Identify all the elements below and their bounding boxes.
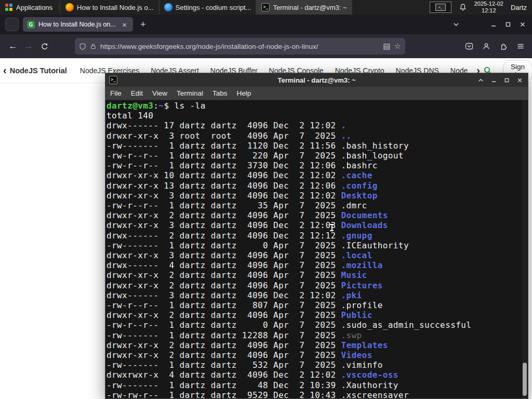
window-minimize-button[interactable] bbox=[490, 21, 497, 28]
browser-tab-active[interactable]: G How to Install Node.js on... × bbox=[23, 17, 133, 32]
terminal-listing-line: drwxr-xr-x 2 dartz dartz 4096 Apr 7 2025… bbox=[107, 350, 528, 360]
nav-scroll-left-icon[interactable]: ‹ bbox=[0, 64, 10, 76]
terminal-titlebar[interactable]: >_ Terminal - dartz@vm3: ~ bbox=[105, 73, 528, 87]
terminal-content[interactable]: dartz@vm3:~$ ls -latotal 140drwx------ 1… bbox=[105, 100, 528, 398]
site-nav-item-tutorial[interactable]: NodeJS Tutorial bbox=[10, 66, 67, 75]
applications-label: Applications bbox=[16, 4, 52, 11]
terminal-listing-line: -rw------- 1 dartz dartz 0 Apr 7 2025 .I… bbox=[107, 241, 528, 250]
applications-menu-button[interactable]: Applications bbox=[0, 0, 58, 15]
terminal-listing-line: drwxr-xr-x 2 dartz dartz 4096 Apr 7 2025… bbox=[107, 270, 528, 280]
terminal-listing-line: drwxr-xr-x 10 dartz dartz 4096 Dec 2 12:… bbox=[107, 170, 528, 180]
terminal-window-controls bbox=[478, 77, 528, 83]
terminal-listing-line: drwxr-xr-x 3 root root 4096 Apr 7 2025 .… bbox=[107, 131, 528, 141]
menu-hamburger-icon[interactable] bbox=[516, 42, 525, 50]
terminal-icon: >_ bbox=[261, 3, 270, 11]
terminal-minimize-button[interactable] bbox=[491, 77, 497, 83]
extensions-puzzle-icon[interactable] bbox=[499, 42, 508, 50]
site-favicon: G bbox=[27, 21, 35, 29]
terminal-prompt-line: dartz@vm3:~$ ls -la bbox=[107, 101, 528, 111]
terminal-window: >_ Terminal - dartz@vm3: ~ File Edit bbox=[105, 73, 528, 399]
codium-icon bbox=[164, 3, 172, 11]
terminal-scrollbar-thumb[interactable] bbox=[523, 363, 527, 396]
panel-user-label: Dartz bbox=[511, 4, 528, 11]
terminal-maximize-button[interactable] bbox=[504, 77, 510, 83]
panel-separator bbox=[59, 2, 59, 12]
terminal-listing-line: -rw-r--r-- 1 dartz dartz 807 Apr 7 2025 … bbox=[107, 300, 528, 310]
pocket-icon[interactable] bbox=[465, 42, 473, 50]
window-restore-button[interactable] bbox=[505, 21, 511, 28]
terminal-listing-line: drwxr-xr-x 13 dartz dartz 4096 Dec 2 12:… bbox=[107, 181, 528, 191]
reload-button[interactable] bbox=[36, 38, 52, 54]
taskbar-item-label: Settings - codium script... bbox=[176, 4, 251, 11]
panel-clock[interactable]: 2025-12-02 12:12 bbox=[474, 1, 503, 14]
tab-close-icon[interactable]: × bbox=[120, 20, 129, 30]
taskbar-item-terminal[interactable]: >_ Terminal - dartz@vm3: ~ bbox=[256, 0, 352, 15]
terminal-listing-line: drwx------ 2 dartz dartz 4096 Dec 2 12:1… bbox=[107, 231, 528, 241]
clock-date: 2025-12-02 bbox=[474, 1, 503, 7]
desktop: Applications How to Install Node.js o...… bbox=[0, 0, 532, 399]
terminal-listing-line: drwxr-xr-x 2 dartz dartz 4096 Apr 7 2025… bbox=[107, 281, 528, 290]
clock-time: 12:12 bbox=[474, 7, 503, 14]
workspace-window-icon: >_ bbox=[435, 4, 446, 11]
account-icon[interactable] bbox=[482, 42, 490, 50]
terminal-listing-line: -rw------- 1 dartz dartz 1120 Dec 2 11:5… bbox=[107, 141, 528, 151]
back-button[interactable]: ← bbox=[5, 38, 21, 54]
panel-right-area: >_ 2025-12-02 12:12 Dartz bbox=[430, 0, 532, 15]
terminal-listing-line: -rw-r--r-- 1 dartz dartz 3730 Dec 2 12:0… bbox=[107, 161, 528, 170]
terminal-listing-line: drwxrwxr-x 4 dartz dartz 4096 Dec 2 12:0… bbox=[107, 370, 528, 380]
terminal-listing-line: drwxr-xr-x 2 dartz dartz 4096 Apr 7 2025… bbox=[107, 340, 528, 350]
terminal-listing-line: -rw------- 1 dartz dartz 48 Dec 2 10:39 … bbox=[107, 380, 528, 390]
terminal-listing-line: drwxr-xr-x 3 dartz dartz 4096 Dec 2 12:0… bbox=[107, 220, 528, 230]
firefox-icon bbox=[65, 3, 74, 11]
applications-icon bbox=[5, 4, 12, 11]
menu-edit[interactable]: Edit bbox=[126, 89, 148, 97]
terminal-listing-line: drwxr-xr-x 2 dartz dartz 4096 Apr 7 2025… bbox=[107, 310, 528, 320]
terminal-listing-line: drwxr-xr-x 2 dartz dartz 4096 Apr 7 2025… bbox=[107, 210, 528, 220]
terminal-listing-line: -rw------- 1 dartz dartz 12288 Apr 7 202… bbox=[107, 330, 528, 340]
terminal-listing-line: -rw-rw-r-- 1 dartz dartz 9529 Dec 2 10:4… bbox=[107, 390, 528, 398]
workspace-switcher[interactable]: >_ bbox=[430, 2, 451, 13]
window-controls bbox=[453, 21, 532, 28]
url-bar[interactable]: https://www.geeksforgeeks.org/node-js/in… bbox=[75, 38, 405, 55]
terminal-scrollbar[interactable] bbox=[522, 100, 527, 398]
top-panel: Applications How to Install Node.js o...… bbox=[0, 0, 532, 15]
list-tabs-chevron-icon[interactable] bbox=[453, 21, 459, 28]
terminal-shade-button[interactable] bbox=[478, 77, 484, 83]
menu-file[interactable]: File bbox=[105, 89, 126, 97]
tracking-shield-icon[interactable] bbox=[79, 43, 86, 50]
browser-toolbar: ← → https://www.geeksforgeeks.org/node-j… bbox=[0, 34, 532, 58]
reader-view-icon[interactable]: ▤ bbox=[383, 42, 390, 51]
terminal-listing-line: -rw-r--r-- 1 dartz dartz 0 Apr 7 2025 .s… bbox=[107, 320, 528, 330]
terminal-output: dartz@vm3:~$ ls -latotal 140drwx------ 1… bbox=[107, 101, 528, 398]
terminal-listing-line: drwx------ 4 dartz dartz 4096 Apr 7 2025… bbox=[107, 260, 528, 270]
firefox-view-icon[interactable] bbox=[5, 18, 19, 31]
terminal-listing-line: -rw-r--r-- 1 dartz dartz 220 Apr 7 2025 … bbox=[107, 151, 528, 161]
terminal-listing-line: drwxr-xr-x 3 dartz dartz 4096 Apr 7 2025… bbox=[107, 250, 528, 260]
terminal-listing-line: -rw-r--r-- 1 dartz dartz 35 Apr 7 2025 .… bbox=[107, 201, 528, 210]
menu-help[interactable]: Help bbox=[232, 89, 256, 97]
lock-icon[interactable] bbox=[90, 43, 97, 50]
browser-tab-bar: G How to Install Node.js on... × + bbox=[0, 15, 532, 34]
terminal-listing-line: drwx------ 17 dartz dartz 4096 Dec 2 12:… bbox=[107, 121, 528, 130]
taskbar-item-label: Terminal - dartz@vm3: ~ bbox=[273, 4, 347, 11]
tab-title: How to Install Node.js on... bbox=[38, 21, 116, 28]
menu-view[interactable]: View bbox=[148, 89, 172, 97]
terminal-close-button[interactable] bbox=[517, 77, 523, 83]
url-text[interactable]: https://www.geeksforgeeks.org/node-js/in… bbox=[100, 43, 379, 50]
taskbar-item-codium-settings[interactable]: Settings - codium script... bbox=[159, 0, 257, 15]
menu-tabs[interactable]: Tabs bbox=[208, 89, 232, 97]
bookmark-star-icon[interactable]: ☆ bbox=[394, 42, 401, 51]
terminal-menubar: File Edit View Terminal Tabs Help bbox=[105, 87, 528, 100]
toolbar-right-icons bbox=[465, 42, 532, 50]
terminal-total-line: total 140 bbox=[107, 111, 528, 121]
taskbar-item-label: How to Install Node.js o... bbox=[77, 4, 153, 11]
window-close-button[interactable] bbox=[520, 21, 526, 28]
terminal-listing-line: -rw------- 1 dartz dartz 532 Apr 7 2025 … bbox=[107, 360, 528, 370]
menu-terminal[interactable]: Terminal bbox=[172, 89, 208, 97]
terminal-listing-line: drwxr-xr-x 3 dartz dartz 4096 Dec 2 12:0… bbox=[107, 191, 528, 201]
forward-button: → bbox=[21, 38, 36, 54]
new-tab-button[interactable]: + bbox=[138, 19, 148, 30]
taskbar-item-firefox[interactable]: How to Install Node.js o... bbox=[60, 0, 158, 15]
notification-bell-icon[interactable] bbox=[459, 3, 467, 11]
terminal-window-title: Terminal - dartz@vm3: ~ bbox=[105, 76, 528, 84]
